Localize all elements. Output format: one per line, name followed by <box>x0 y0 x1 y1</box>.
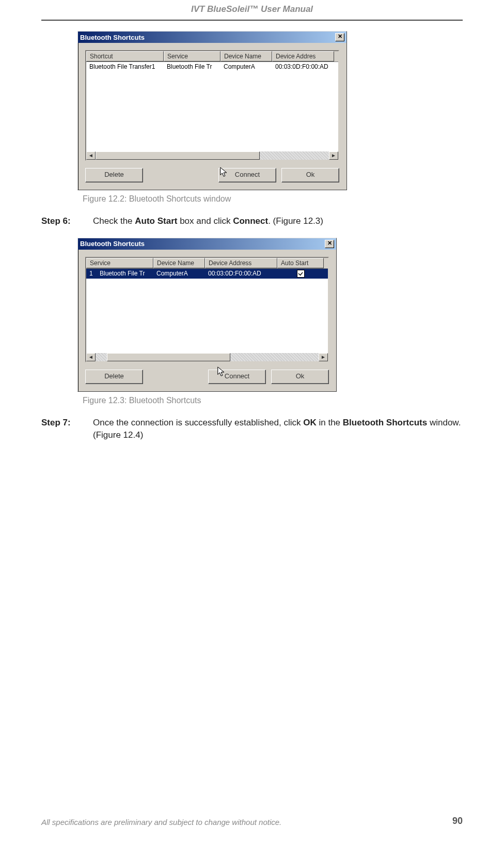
col-auto-start[interactable]: Auto Start <box>277 258 324 268</box>
step-text: Once the connection is successfully esta… <box>93 417 463 441</box>
t: . (Figure 12.3) <box>268 216 323 226</box>
dialog-bluetooth-shortcuts-1: Bluetooth Shortcuts ✕ Shortcut Service D… <box>77 31 347 190</box>
t: Connect <box>233 216 268 226</box>
page-footer: All specifications are preliminary and s… <box>41 816 463 826</box>
cell-shortcut: Bluetooth File Transfer1 <box>86 62 164 71</box>
titlebar: Bluetooth Shortcuts ✕ <box>78 238 336 250</box>
h-scrollbar[interactable]: ◄ ► <box>86 151 338 160</box>
step-7: Step 7: Once the connection is successfu… <box>41 417 463 441</box>
dialog-bluetooth-shortcuts-2: Bluetooth Shortcuts ✕ Service Device Nam… <box>77 238 337 392</box>
col-device-name[interactable]: Device Name <box>220 51 272 62</box>
t: OK <box>303 418 317 427</box>
col-shortcut[interactable]: Shortcut <box>86 51 164 62</box>
col-device-name[interactable]: Device Name <box>153 258 205 268</box>
close-icon[interactable]: ✕ <box>335 33 344 41</box>
cell-service: Bluetooth File Tr <box>97 269 153 279</box>
t: Check the <box>93 216 135 226</box>
t: Auto Start <box>135 216 177 226</box>
step-6: Step 6: Check the Auto Start box and cli… <box>41 215 463 227</box>
figure-caption-1: Figure 12.2: Bluetooth Shortcuts window <box>83 194 463 204</box>
titlebar: Bluetooth Shortcuts ✕ <box>78 32 346 43</box>
header-rule <box>41 20 463 21</box>
t: in the <box>317 418 343 427</box>
cell-addr: 00:03:0D:F0:00:AD <box>272 62 334 71</box>
col-device-address[interactable]: Device Addres <box>272 51 334 62</box>
listview-header: Service Device Name Device Address Auto … <box>86 258 328 269</box>
page-header-title: IVT BlueSoleil™ User Manual <box>41 0 463 20</box>
step-text: Check the Auto Start box and click Conne… <box>93 215 463 227</box>
page-number: 90 <box>452 816 463 826</box>
col-device-address[interactable]: Device Address <box>205 258 277 268</box>
t: Bluetooth Shortcuts <box>343 418 427 427</box>
scroll-right-icon[interactable]: ► <box>329 151 338 160</box>
t: box and click <box>177 216 233 226</box>
t: Once the connection is successfully esta… <box>93 418 303 427</box>
shortcut-listview[interactable]: Shortcut Service Device Name Device Addr… <box>85 50 339 161</box>
window-title: Bluetooth Shortcuts <box>80 240 145 248</box>
close-icon[interactable]: ✕ <box>325 240 334 248</box>
cell-autostart[interactable] <box>277 269 324 279</box>
step-label: Step 7: <box>41 417 93 441</box>
cell-idx: 1 <box>86 269 97 279</box>
delete-button[interactable]: Delete <box>85 168 143 182</box>
col-service[interactable]: Service <box>164 51 220 62</box>
step-label: Step 6: <box>41 215 93 227</box>
scroll-right-icon[interactable]: ► <box>319 353 328 361</box>
scroll-left-icon[interactable]: ◄ <box>86 151 96 160</box>
connect-button[interactable]: Connect <box>208 370 266 384</box>
table-row[interactable]: 1 Bluetooth File Tr ComputerA 00:03:0D:F… <box>86 269 328 279</box>
window-title: Bluetooth Shortcuts <box>80 34 145 41</box>
checkbox-checked-icon[interactable] <box>297 270 305 278</box>
scroll-left-icon[interactable]: ◄ <box>86 353 96 361</box>
ok-button[interactable]: Ok <box>271 370 329 384</box>
footer-note: All specifications are preliminary and s… <box>41 818 281 826</box>
cell-device: ComputerA <box>220 62 272 71</box>
h-scrollbar[interactable]: ◄ ► <box>86 353 328 361</box>
delete-button[interactable]: Delete <box>85 370 143 384</box>
listview-header: Shortcut Service Device Name Device Addr… <box>86 51 338 62</box>
figure-caption-2: Figure 12.3: Bluetooth Shortcuts <box>83 396 463 405</box>
shortcut-listview[interactable]: Service Device Name Device Address Auto … <box>85 257 329 362</box>
cell-addr: 00:03:0D:F0:00:AD <box>205 269 277 279</box>
ok-button[interactable]: Ok <box>281 168 339 182</box>
table-row[interactable]: Bluetooth File Transfer1 Bluetooth File … <box>86 62 338 71</box>
col-service[interactable]: Service <box>86 258 153 268</box>
connect-button[interactable]: Connect <box>218 168 276 182</box>
cell-service: Bluetooth File Tr <box>164 62 220 71</box>
cell-device: ComputerA <box>153 269 205 279</box>
